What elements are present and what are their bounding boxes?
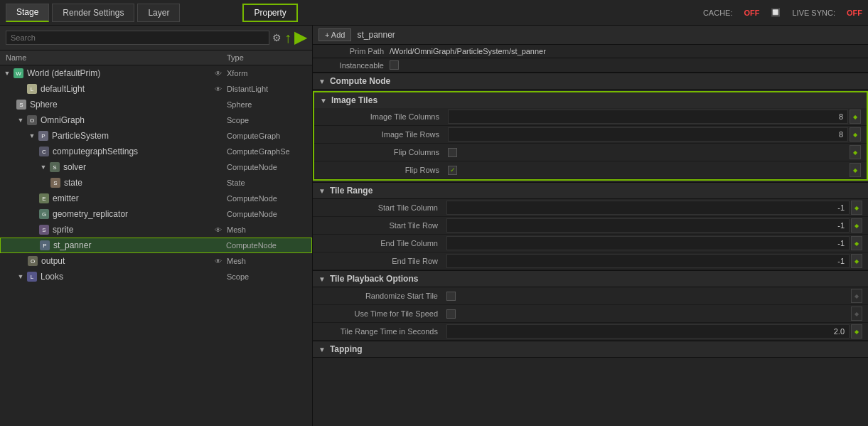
flip-rows-btn[interactable]: ◆ bbox=[850, 163, 861, 177]
tab-layer[interactable]: Layer bbox=[137, 4, 180, 22]
top-bar: Stage Render Settings Layer Property CAC… bbox=[0, 0, 868, 26]
filter-icon[interactable]: ⚙ bbox=[272, 32, 282, 43]
tree-row[interactable]: S Sphere Sphere bbox=[0, 97, 312, 112]
eye-icon[interactable]: 👁 bbox=[213, 85, 224, 93]
end-tile-row-btn[interactable]: ◆ bbox=[851, 254, 862, 268]
eye-icon[interactable]: 👁 bbox=[213, 70, 224, 78]
expand-btn[interactable]: ▼ bbox=[28, 132, 36, 140]
end-tile-column-value: -1 bbox=[837, 239, 845, 247]
eye-icon[interactable]: 👁 bbox=[213, 226, 224, 234]
node-label: defaultLight bbox=[41, 84, 85, 94]
sphere-icon: S bbox=[16, 100, 26, 110]
flip-columns-btn[interactable]: ◆ bbox=[850, 145, 861, 159]
randomize-start-tile-checkbox-area bbox=[446, 292, 456, 301]
tile-range-time-row: Tile Range Time in Seconds 2.0 ◆ bbox=[313, 323, 868, 341]
state-icon: S bbox=[50, 178, 60, 188]
use-time-tile-speed-btn: ◆ bbox=[851, 307, 862, 321]
tapping-collapse-arrow: ▼ bbox=[318, 346, 326, 353]
image-tile-rows-btn[interactable]: ◆ bbox=[850, 127, 861, 142]
tree-row[interactable]: ▼ W World (defaultPrim) 👁 Xform bbox=[0, 65, 312, 81]
tree-row[interactable]: O output 👁 Mesh bbox=[0, 253, 312, 269]
emitter-icon: E bbox=[39, 193, 49, 203]
start-tile-row-value: -1 bbox=[837, 221, 845, 230]
use-time-tile-speed-checkbox[interactable] bbox=[446, 309, 456, 319]
tile-range-time-btn[interactable]: ◆ bbox=[851, 324, 862, 339]
end-tile-row-row: End Tile Row -1 ◆ bbox=[313, 252, 868, 270]
compute-node-section-header[interactable]: ▼ Compute Node bbox=[313, 73, 868, 90]
node-label: emitter bbox=[53, 193, 79, 203]
tab-stage[interactable]: Stage bbox=[6, 4, 49, 22]
tile-range-time-field[interactable]: 2.0 bbox=[446, 324, 850, 339]
start-tile-column-field[interactable]: -1 bbox=[446, 201, 850, 215]
end-tile-row-value: -1 bbox=[837, 257, 845, 265]
flip-rows-checkbox[interactable]: ✓ bbox=[448, 166, 457, 175]
tile-playback-collapse-arrow: ▼ bbox=[318, 275, 326, 283]
sprite-icon: S bbox=[39, 225, 49, 235]
stage-panel: ⚙ ↑ ▶ Name Type ▼ W World (defaultPrim) … bbox=[0, 26, 313, 426]
eye-icon[interactable]: 👁 bbox=[213, 257, 224, 265]
tree-row[interactable]: ▼ S solver ComputeNode bbox=[0, 159, 312, 175]
node-label: OmniGraph bbox=[41, 115, 85, 125]
cache-label: CACHE: bbox=[703, 9, 733, 17]
tapping-section-header[interactable]: ▼ Tapping bbox=[313, 341, 868, 358]
tree-row-selected[interactable]: P st_panner ComputeNode bbox=[0, 238, 312, 253]
tab-render-settings[interactable]: Render Settings bbox=[52, 4, 134, 22]
type-cell: Scope bbox=[224, 272, 309, 281]
image-tiles-container: ▼ Image Tiles Image Tile Columns 8 ◆ Ima… bbox=[313, 91, 868, 181]
omni-icon: O bbox=[27, 115, 37, 125]
tree-row[interactable]: S state State bbox=[0, 175, 312, 191]
tab-property[interactable]: Property bbox=[242, 4, 297, 22]
end-tile-row-label: End Tile Row bbox=[318, 257, 446, 265]
node-label: solver bbox=[63, 162, 86, 172]
expand-btn bbox=[16, 85, 25, 93]
tree-row[interactable]: C computegraphSettings ComputeGraphSe bbox=[0, 144, 312, 159]
property-panel: + Add st_panner Prim Path /World/OmniGra… bbox=[313, 26, 868, 426]
randomize-start-tile-label: Randomize Start Tile bbox=[318, 292, 446, 300]
prim-path-value: /World/OmniGraph/ParticleSystem/st_panne… bbox=[390, 47, 546, 55]
start-tile-row-label: Start Tile Row bbox=[318, 221, 446, 230]
image-tile-rows-field[interactable]: 8 bbox=[448, 127, 848, 142]
image-tile-columns-btn[interactable]: ◆ bbox=[850, 110, 861, 124]
search-input[interactable] bbox=[6, 31, 269, 45]
node-label: Sphere bbox=[30, 100, 58, 110]
tree-row[interactable]: ▼ P ParticleSystem ComputeGraph bbox=[0, 128, 312, 144]
image-tile-columns-field[interactable]: 8 bbox=[448, 110, 848, 124]
cache-status: OFF bbox=[744, 9, 759, 17]
randomize-start-tile-checkbox[interactable] bbox=[446, 292, 456, 301]
tree-row[interactable]: G geometry_replicator ComputeNode bbox=[0, 206, 312, 222]
add-button[interactable]: + Add bbox=[318, 28, 351, 41]
node-label: sprite bbox=[53, 225, 73, 235]
start-tile-row-field[interactable]: -1 bbox=[446, 218, 850, 233]
expand-btn[interactable]: ▼ bbox=[3, 69, 11, 78]
tile-range-section-header[interactable]: ▼ Tile Range bbox=[313, 182, 868, 199]
type-col-header: Type bbox=[224, 52, 309, 63]
expand-btn[interactable]: ▼ bbox=[16, 272, 25, 281]
start-tile-row-row: Start Tile Row -1 ◆ bbox=[313, 217, 868, 235]
end-tile-column-btn[interactable]: ◆ bbox=[851, 236, 862, 250]
tree-row[interactable]: E emitter ComputeNode bbox=[0, 191, 312, 206]
tree-row[interactable]: L defaultLight 👁 DistantLight bbox=[0, 81, 312, 97]
use-time-tile-speed-label: Use Time for Tile Speed bbox=[318, 309, 446, 318]
tree-row[interactable]: ▼ O OmniGraph Scope bbox=[0, 112, 312, 128]
type-cell: DistantLight bbox=[224, 85, 309, 93]
end-tile-column-field[interactable]: -1 bbox=[446, 236, 850, 250]
tile-range-time-label: Tile Range Time in Seconds bbox=[318, 327, 446, 336]
tree-row[interactable]: ▼ L Looks Scope bbox=[0, 269, 312, 284]
end-tile-column-row: End Tile Column -1 ◆ bbox=[313, 235, 868, 252]
tile-playback-section-header[interactable]: ▼ Tile Playback Options bbox=[313, 270, 868, 287]
end-tile-row-field[interactable]: -1 bbox=[446, 254, 850, 268]
instanceable-checkbox[interactable] bbox=[390, 60, 399, 70]
expand-btn[interactable]: ▼ bbox=[16, 116, 25, 124]
start-tile-row-btn[interactable]: ◆ bbox=[851, 218, 862, 233]
use-time-tile-speed-row: Use Time for Tile Speed ◆ bbox=[313, 305, 868, 323]
tree-row[interactable]: S sprite 👁 Mesh bbox=[0, 222, 312, 238]
image-tiles-header[interactable]: ▼ Image Tiles bbox=[314, 92, 867, 108]
start-tile-column-value: -1 bbox=[837, 203, 845, 212]
type-cell: Scope bbox=[224, 116, 309, 124]
image-tile-columns-row: Image Tile Columns 8 ◆ bbox=[314, 108, 867, 126]
start-tile-column-btn[interactable]: ◆ bbox=[851, 201, 862, 215]
flip-columns-checkbox[interactable] bbox=[448, 148, 457, 157]
type-cell: ComputeGraph bbox=[224, 132, 309, 140]
expand-btn[interactable]: ▼ bbox=[39, 163, 48, 171]
node-label: ParticleSystem bbox=[52, 131, 109, 141]
